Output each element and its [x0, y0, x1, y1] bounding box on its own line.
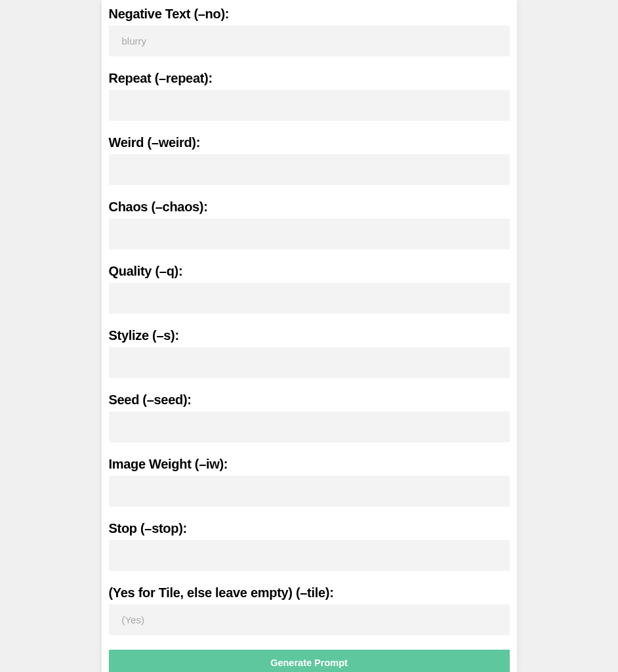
field-tile: (Yes for Tile, else leave empty) (–tile)… — [109, 585, 510, 635]
chaos-label: Chaos (–chaos): — [109, 200, 510, 215]
field-negative-text: Negative Text (–no): — [109, 7, 510, 56]
stop-input[interactable] — [109, 540, 510, 571]
stop-label: Stop (–stop): — [109, 521, 510, 536]
field-image-weight: Image Weight (–iw): — [109, 457, 510, 507]
tile-input[interactable] — [109, 604, 510, 635]
negative-text-label: Negative Text (–no): — [109, 7, 510, 22]
repeat-input[interactable] — [109, 90, 510, 121]
field-quality: Quality (–q): — [109, 264, 510, 314]
generate-prompt-button[interactable]: Generate Prompt — [109, 650, 510, 672]
chaos-input[interactable] — [109, 219, 510, 249]
form-card: Negative Text (–no): Repeat (–repeat): W… — [102, 0, 517, 672]
weird-label: Weird (–weird): — [109, 135, 510, 150]
seed-input[interactable] — [109, 411, 510, 442]
field-stylize: Stylize (–s): — [109, 328, 510, 378]
tile-label: (Yes for Tile, else leave empty) (–tile)… — [109, 585, 510, 600]
weird-input[interactable] — [109, 154, 510, 185]
field-weird: Weird (–weird): — [109, 135, 510, 185]
image-weight-input[interactable] — [109, 476, 510, 507]
field-repeat: Repeat (–repeat): — [109, 71, 510, 121]
negative-text-input[interactable] — [109, 26, 510, 56]
repeat-label: Repeat (–repeat): — [109, 71, 510, 86]
field-chaos: Chaos (–chaos): — [109, 200, 510, 249]
stylize-input[interactable] — [109, 347, 510, 378]
stylize-label: Stylize (–s): — [109, 328, 510, 343]
image-weight-label: Image Weight (–iw): — [109, 457, 510, 472]
seed-label: Seed (–seed): — [109, 392, 510, 408]
field-stop: Stop (–stop): — [109, 521, 510, 571]
quality-input[interactable] — [109, 283, 510, 314]
quality-label: Quality (–q): — [109, 264, 510, 279]
field-seed: Seed (–seed): — [109, 392, 510, 442]
